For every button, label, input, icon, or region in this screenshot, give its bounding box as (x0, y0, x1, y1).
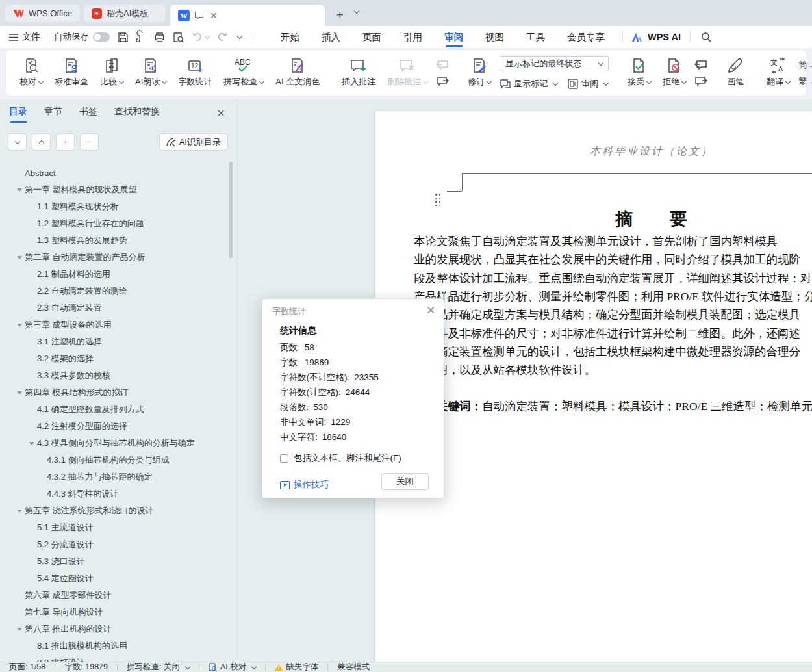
markup-state-dropdown[interactable]: 显示标记的最终状态 (500, 56, 609, 71)
close-tab-icon[interactable]: ✕ (210, 10, 218, 21)
operation-tips-link[interactable]: 操作技巧 (280, 479, 329, 491)
promote-button[interactable]: ＋ (56, 133, 75, 151)
simplified-to-traditional-button[interactable]: 简→ 转繁 (798, 59, 812, 71)
abstract-paragraph[interactable]: 本论文聚焦于自动滴定装置及其检测单元设计，首先剖析了国内塑料模具业的发展现状，凸… (414, 232, 812, 380)
toc-item[interactable]: 2.1 制品材料的选用 (0, 266, 229, 283)
toc-item[interactable]: 5.1 主流道设计 (0, 519, 229, 536)
tab-list-chevron-icon[interactable] (354, 8, 359, 14)
ai-polish-button[interactable]: AI 全文润色 (271, 53, 324, 93)
toc-item[interactable]: 4.1 确定型腔数量及排列方式 (0, 401, 229, 418)
compare-button[interactable]: 比较 (95, 53, 128, 93)
toc-item[interactable]: 8.2 推杆设计 (0, 654, 229, 662)
insert-comment-button[interactable]: 插入批注 (337, 53, 380, 93)
toc-item[interactable]: 2.2 自动滴定装置的测绘 (0, 283, 229, 300)
next-comment-icon[interactable] (436, 76, 449, 86)
checkbox-icon[interactable] (280, 454, 288, 463)
toc-item[interactable]: 第二章 自动滴定装置的产品分析 (0, 249, 229, 266)
status-page[interactable]: 页面: 1/58 (0, 662, 55, 672)
text-line[interactable]: 本论文聚焦于自动滴定装置及其检测单元设计，首先剖析了国内塑料模具 (414, 232, 812, 250)
history-chevron-icon[interactable] (237, 34, 242, 39)
tab-docer-templates[interactable]: ❧ 稻壳AI模板 (84, 5, 166, 22)
toc-item[interactable]: 第七章 导向机构设计 (0, 604, 229, 621)
tab-review[interactable]: 审阅 (433, 26, 474, 48)
collapse-arrow-icon[interactable] (14, 391, 25, 394)
paragraph-drag-handle-icon[interactable] (435, 194, 441, 207)
toc-item[interactable]: Abstract (0, 164, 229, 181)
close-dialog-icon[interactable]: ✕ (427, 304, 435, 317)
show-markup-button[interactable]: 显示标记 (500, 78, 557, 90)
next-change-icon[interactable] (694, 76, 707, 86)
expand-all-button[interactable] (8, 133, 27, 151)
demote-button[interactable]: － (80, 133, 99, 151)
status-word-count[interactable]: 字数: 19879 (55, 662, 117, 672)
close-button[interactable]: 关闭 (381, 473, 429, 490)
toc-item[interactable]: 3.1 注塑机的选择 (0, 333, 229, 350)
toc-item[interactable]: 4.2 注射模分型面的选择 (0, 418, 229, 435)
toc-item[interactable]: 4.3.1 侧向抽芯机构的分类与组成 (0, 452, 229, 469)
status-ai-proofread[interactable]: AI 校对 (199, 662, 265, 672)
undo-icon[interactable] (192, 32, 203, 42)
search-icon[interactable] (701, 32, 711, 42)
toc-item[interactable]: 1.3 塑料模具的发展趋势 (0, 232, 229, 249)
tab-wps-home[interactable]: WPS Office (5, 5, 80, 22)
toc-item[interactable]: 5.4 定位圈设计 (0, 570, 229, 587)
toc-item[interactable]: 第一章 塑料模具的现状及展望 (0, 181, 229, 198)
translate-button[interactable]: 文A 翻译 (762, 53, 794, 93)
sidebar-tab-chapters[interactable]: 章节 (44, 106, 62, 123)
text-line[interactable]: 自动滴定装置检测单元的设计，包括主模块框架构建中微处理器资源的合理分 (414, 342, 812, 361)
tab-document[interactable]: W 自动滴定装置及其检测单元设 ✕ (170, 5, 325, 26)
text-line[interactable]: 标准件及非标准件的尺寸；对非标准件进行计算并绘制二维图。此外，还阐述 (414, 324, 812, 342)
new-tab-button[interactable]: ＋ (334, 6, 346, 22)
tab-page[interactable]: 页面 (351, 26, 392, 48)
word-count-button[interactable]: 12 字数统计 (173, 53, 216, 93)
sidebar-tab-find-replace[interactable]: 查找和替换 (114, 106, 160, 123)
toc-item[interactable]: 第五章 浇注系统形式和浇口的设计 (0, 502, 229, 519)
ai-recognize-toc-button[interactable]: AI识别目录 (159, 133, 228, 151)
ai-read-aloud-button[interactable]: AI朗读 (131, 53, 171, 93)
toc-item[interactable]: 5.2 分流道设计 (0, 536, 229, 553)
reviewers-button[interactable]: 审阅 (568, 78, 608, 90)
status-spell-check[interactable]: 拼写检查: 关闭 (118, 662, 199, 672)
close-sidebar-icon[interactable]: ✕ (217, 107, 225, 120)
previous-change-icon[interactable] (694, 60, 707, 70)
sidebar-tab-bookmarks[interactable]: 书签 (79, 106, 97, 123)
redo-icon[interactable] (217, 32, 227, 42)
text-line[interactable]: 与使用，以及从站各模块软件设计。 (414, 361, 812, 379)
status-compatibility-mode[interactable]: 兼容模式 (328, 662, 379, 672)
tab-member[interactable]: 会员专享 (556, 26, 616, 48)
text-line[interactable]: 段及整体设计加工流程。重点围绕自动滴定装置展开，详细阐述其设计过程：对 (414, 269, 812, 287)
toc-item[interactable]: 第六章 成型零部件设计 (0, 587, 229, 604)
collapse-arrow-icon[interactable] (27, 442, 37, 445)
toc-item[interactable]: 3.3 模具参数的校核 (0, 367, 229, 384)
toc-item[interactable]: 8.1 推出脱模机构的选用 (0, 638, 229, 654)
standard-review-button[interactable]: 标准审查 (50, 53, 93, 93)
traditional-to-simplified-button[interactable]: 繁→ 转简 (798, 75, 812, 87)
tab-view[interactable]: 视图 (474, 26, 515, 48)
toc-item[interactable]: 4.3 模具侧向分型与抽芯机构的分析与确定 (0, 435, 229, 452)
toc-item[interactable]: 4.4.3 斜导柱的设计 (0, 485, 229, 502)
collapse-arrow-icon[interactable] (14, 188, 25, 192)
sidebar-tab-contents[interactable]: 目录 (9, 106, 27, 123)
save-icon[interactable] (118, 32, 129, 43)
text-line[interactable]: 业的发展现状，凸显其在社会发展中的关键作用，同时介绍了模具加工的现阶 (414, 250, 812, 268)
toc-item[interactable]: 第八章 推出机构的设计 (0, 621, 229, 638)
tab-home[interactable]: 开始 (270, 26, 311, 48)
accept-change-button[interactable]: 接受 (623, 53, 655, 93)
toc-item[interactable]: 1.1 塑料模具现状分析 (0, 198, 229, 215)
track-changes-button[interactable]: 修订 (463, 53, 496, 93)
toc-item[interactable]: 第四章 模具结构形式的拟订 (0, 384, 229, 401)
tab-reference[interactable]: 引用 (392, 26, 433, 48)
toc-item[interactable]: 2.3 自动滴定装置 (0, 300, 229, 317)
file-menu[interactable]: 文件 (9, 31, 40, 43)
toc-item[interactable]: 1.2 塑料模具行业存在的问题 (0, 215, 229, 232)
undo-chevron-icon[interactable] (205, 34, 210, 39)
wps-ai-button[interactable]: WPS AI (632, 32, 681, 42)
tab-insert[interactable]: 插入 (311, 26, 351, 48)
export-pdf-icon[interactable] (136, 32, 146, 43)
previous-comment-icon[interactable] (436, 60, 449, 70)
include-textbox-checkbox[interactable]: 包括文本框、脚注和尾注(F) (280, 452, 401, 464)
collapse-arrow-icon[interactable] (14, 510, 25, 513)
autosave-toggle[interactable] (93, 32, 110, 42)
text-line[interactable]: 产品样品进行初步分析、测量并绘制零件图；利用 PRO/E 软件进行实体造型；分 (414, 287, 812, 305)
toc-item[interactable]: 3.2 模架的选择 (0, 350, 229, 367)
